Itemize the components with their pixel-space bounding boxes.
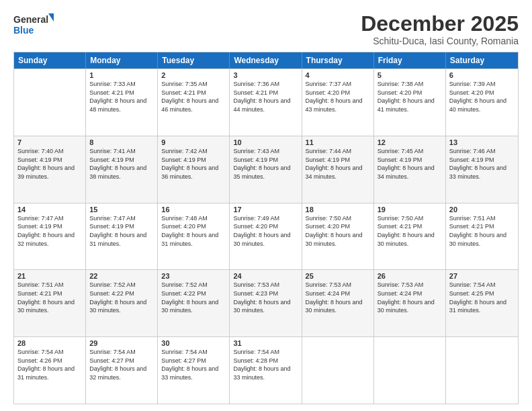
day-number: 5 bbox=[378, 71, 442, 79]
cal-cell: 30 Sunrise: 7:54 AMSunset: 4:27 PMDaylig… bbox=[158, 337, 230, 404]
cell-info: Sunrise: 7:49 AMSunset: 4:20 PMDaylight:… bbox=[233, 215, 290, 247]
cal-cell: 3 Sunrise: 7:36 AMSunset: 4:21 PMDayligh… bbox=[230, 69, 302, 136]
day-number: 6 bbox=[449, 71, 515, 79]
cell-info: Sunrise: 7:33 AMSunset: 4:21 PMDaylight:… bbox=[89, 81, 146, 113]
cell-info: Sunrise: 7:37 AMSunset: 4:20 PMDaylight:… bbox=[306, 81, 363, 113]
cal-cell: 12 Sunrise: 7:45 AMSunset: 4:19 PMDaylig… bbox=[374, 136, 446, 203]
cal-cell: 28 Sunrise: 7:54 AMSunset: 4:26 PMDaylig… bbox=[14, 337, 86, 404]
cell-info: Sunrise: 7:36 AMSunset: 4:21 PMDaylight:… bbox=[233, 81, 290, 113]
cell-info: Sunrise: 7:53 AMSunset: 4:24 PMDaylight:… bbox=[378, 281, 435, 314]
location-title: Schitu-Duca, Iasi County, Romania bbox=[361, 36, 519, 46]
cal-cell: 15 Sunrise: 7:47 AMSunset: 4:19 PMDaylig… bbox=[86, 203, 158, 270]
day-number: 30 bbox=[161, 339, 226, 347]
day-number: 31 bbox=[233, 339, 298, 347]
svg-marker-2 bbox=[48, 13, 54, 21]
cell-info: Sunrise: 7:40 AMSunset: 4:19 PMDaylight:… bbox=[17, 148, 75, 180]
calendar: SundayMondayTuesdayWednesdayThursdayFrid… bbox=[13, 52, 519, 404]
day-number: 14 bbox=[17, 205, 82, 214]
day-number: 2 bbox=[161, 71, 226, 79]
cal-week-4: 21 Sunrise: 7:51 AMSunset: 4:21 PMDaylig… bbox=[14, 269, 518, 336]
cal-header-day-wednesday: Wednesday bbox=[230, 52, 302, 68]
cal-header-day-saturday: Saturday bbox=[446, 52, 518, 68]
cal-cell: 17 Sunrise: 7:49 AMSunset: 4:20 PMDaylig… bbox=[230, 203, 302, 270]
header: General Blue December 2025 Schitu-Duca, … bbox=[13, 12, 519, 46]
cell-info: Sunrise: 7:42 AMSunset: 4:19 PMDaylight:… bbox=[161, 148, 218, 180]
day-number: 16 bbox=[161, 205, 226, 214]
logo: General Blue bbox=[13, 12, 54, 40]
day-number: 17 bbox=[233, 205, 298, 214]
cal-cell bbox=[302, 337, 374, 404]
cell-info: Sunrise: 7:38 AMSunset: 4:20 PMDaylight:… bbox=[378, 81, 435, 113]
day-number: 15 bbox=[89, 205, 154, 214]
cell-info: Sunrise: 7:54 AMSunset: 4:25 PMDaylight:… bbox=[449, 281, 506, 314]
day-number: 21 bbox=[17, 272, 82, 280]
cal-cell: 23 Sunrise: 7:52 AMSunset: 4:22 PMDaylig… bbox=[158, 270, 230, 336]
cal-cell: 5 Sunrise: 7:38 AMSunset: 4:20 PMDayligh… bbox=[374, 69, 446, 136]
cell-info: Sunrise: 7:43 AMSunset: 4:19 PMDaylight:… bbox=[233, 148, 290, 180]
day-number: 1 bbox=[89, 71, 154, 79]
day-number: 18 bbox=[306, 205, 370, 214]
cal-cell: 14 Sunrise: 7:47 AMSunset: 4:19 PMDaylig… bbox=[14, 203, 86, 270]
cal-cell: 26 Sunrise: 7:53 AMSunset: 4:24 PMDaylig… bbox=[374, 270, 446, 336]
cal-week-2: 7 Sunrise: 7:40 AMSunset: 4:19 PMDayligh… bbox=[14, 136, 518, 203]
day-number: 11 bbox=[306, 138, 370, 146]
cal-cell: 13 Sunrise: 7:46 AMSunset: 4:19 PMDaylig… bbox=[446, 136, 518, 203]
day-number: 26 bbox=[378, 272, 442, 280]
day-number: 4 bbox=[306, 71, 370, 79]
day-number: 3 bbox=[233, 71, 298, 79]
calendar-body: 1 Sunrise: 7:33 AMSunset: 4:21 PMDayligh… bbox=[14, 68, 518, 404]
cal-cell: 10 Sunrise: 7:43 AMSunset: 4:19 PMDaylig… bbox=[230, 136, 302, 203]
cell-info: Sunrise: 7:53 AMSunset: 4:23 PMDaylight:… bbox=[233, 281, 290, 314]
cal-cell: 1 Sunrise: 7:33 AMSunset: 4:21 PMDayligh… bbox=[86, 69, 158, 136]
month-title: December 2025 bbox=[361, 12, 519, 36]
cal-header-day-tuesday: Tuesday bbox=[158, 52, 230, 68]
cal-cell: 19 Sunrise: 7:50 AMSunset: 4:21 PMDaylig… bbox=[374, 203, 446, 270]
day-number: 27 bbox=[449, 272, 515, 280]
cal-cell: 24 Sunrise: 7:53 AMSunset: 4:23 PMDaylig… bbox=[230, 270, 302, 336]
svg-text:Blue: Blue bbox=[13, 25, 34, 36]
cal-cell: 27 Sunrise: 7:54 AMSunset: 4:25 PMDaylig… bbox=[446, 270, 518, 336]
cell-info: Sunrise: 7:54 AMSunset: 4:26 PMDaylight:… bbox=[17, 349, 75, 381]
cal-cell bbox=[14, 69, 86, 136]
cell-info: Sunrise: 7:41 AMSunset: 4:19 PMDaylight:… bbox=[89, 148, 146, 180]
cal-cell: 8 Sunrise: 7:41 AMSunset: 4:19 PMDayligh… bbox=[86, 136, 158, 203]
cell-info: Sunrise: 7:50 AMSunset: 4:21 PMDaylight:… bbox=[378, 215, 435, 247]
day-number: 20 bbox=[449, 205, 515, 214]
cal-cell: 11 Sunrise: 7:44 AMSunset: 4:19 PMDaylig… bbox=[302, 136, 374, 203]
cell-info: Sunrise: 7:53 AMSunset: 4:24 PMDaylight:… bbox=[306, 281, 363, 314]
cell-info: Sunrise: 7:48 AMSunset: 4:20 PMDaylight:… bbox=[161, 215, 218, 247]
day-number: 28 bbox=[17, 339, 82, 347]
cell-info: Sunrise: 7:44 AMSunset: 4:19 PMDaylight:… bbox=[306, 148, 363, 180]
day-number: 10 bbox=[233, 138, 298, 146]
cal-cell: 7 Sunrise: 7:40 AMSunset: 4:19 PMDayligh… bbox=[14, 136, 86, 203]
cell-info: Sunrise: 7:52 AMSunset: 4:22 PMDaylight:… bbox=[161, 281, 218, 314]
title-block: December 2025 Schitu-Duca, Iasi County, … bbox=[361, 12, 519, 46]
cell-info: Sunrise: 7:54 AMSunset: 4:27 PMDaylight:… bbox=[161, 349, 218, 381]
cal-header-day-friday: Friday bbox=[374, 52, 446, 68]
cal-cell: 2 Sunrise: 7:35 AMSunset: 4:21 PMDayligh… bbox=[158, 69, 230, 136]
day-number: 24 bbox=[233, 272, 298, 280]
cell-info: Sunrise: 7:46 AMSunset: 4:19 PMDaylight:… bbox=[449, 148, 506, 180]
cal-cell: 9 Sunrise: 7:42 AMSunset: 4:19 PMDayligh… bbox=[158, 136, 230, 203]
cell-info: Sunrise: 7:52 AMSunset: 4:22 PMDaylight:… bbox=[89, 281, 146, 314]
cal-cell: 6 Sunrise: 7:39 AMSunset: 4:20 PMDayligh… bbox=[446, 69, 518, 136]
cal-cell: 29 Sunrise: 7:54 AMSunset: 4:27 PMDaylig… bbox=[86, 337, 158, 404]
cell-info: Sunrise: 7:51 AMSunset: 4:21 PMDaylight:… bbox=[17, 281, 75, 314]
cal-week-5: 28 Sunrise: 7:54 AMSunset: 4:26 PMDaylig… bbox=[14, 336, 518, 404]
cell-info: Sunrise: 7:50 AMSunset: 4:20 PMDaylight:… bbox=[306, 215, 363, 247]
svg-text:General: General bbox=[13, 14, 48, 25]
day-number: 29 bbox=[89, 339, 154, 347]
cell-info: Sunrise: 7:45 AMSunset: 4:19 PMDaylight:… bbox=[378, 148, 435, 180]
cal-cell bbox=[374, 337, 446, 404]
cal-cell: 21 Sunrise: 7:51 AMSunset: 4:21 PMDaylig… bbox=[14, 270, 86, 336]
cal-cell: 4 Sunrise: 7:37 AMSunset: 4:20 PMDayligh… bbox=[302, 69, 374, 136]
cell-info: Sunrise: 7:39 AMSunset: 4:20 PMDaylight:… bbox=[449, 81, 506, 113]
cal-cell: 18 Sunrise: 7:50 AMSunset: 4:20 PMDaylig… bbox=[302, 203, 374, 270]
page: General Blue December 2025 Schitu-Duca, … bbox=[0, 0, 532, 411]
cal-week-3: 14 Sunrise: 7:47 AMSunset: 4:19 PMDaylig… bbox=[14, 203, 518, 270]
calendar-header-row: SundayMondayTuesdayWednesdayThursdayFrid… bbox=[14, 52, 518, 68]
cal-cell: 25 Sunrise: 7:53 AMSunset: 4:24 PMDaylig… bbox=[302, 270, 374, 336]
day-number: 12 bbox=[378, 138, 442, 146]
cal-cell bbox=[446, 337, 518, 404]
cell-info: Sunrise: 7:51 AMSunset: 4:21 PMDaylight:… bbox=[449, 215, 506, 247]
